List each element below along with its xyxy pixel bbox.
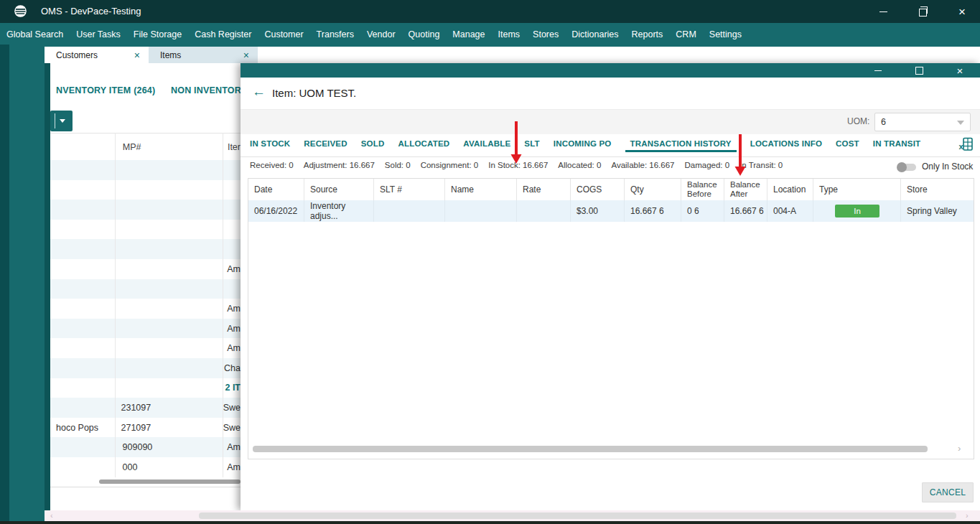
column-item[interactable]: Iter (218, 142, 241, 152)
col-balance-before[interactable]: Balance Before (681, 179, 724, 200)
modal-maximize-button[interactable] (908, 63, 930, 78)
table-row[interactable] (50, 279, 241, 299)
minimize-button[interactable] (867, 0, 900, 23)
col-source[interactable]: Source (304, 179, 374, 200)
stat-adjustment: Adjustment: 16.667 (304, 161, 375, 169)
scroll-right-icon[interactable]: › (958, 443, 961, 454)
tab-slt[interactable]: SLT (524, 135, 539, 152)
items-grid-panel: NVENTORY ITEM (264) NON INVENTORY IT MP#… (45, 63, 241, 510)
tab-received[interactable]: RECEIVED (304, 135, 347, 152)
horizontal-scrollbar[interactable] (99, 479, 241, 484)
add-item-split-button[interactable] (50, 111, 73, 131)
tab-in-transit[interactable]: IN TRANSIT (873, 135, 921, 152)
table-row[interactable]: hoco Pops271097Swe (50, 418, 241, 438)
cell-rate (517, 200, 571, 222)
scroll-right-icon[interactable]: › (966, 511, 969, 520)
menu-user-tasks[interactable]: User Tasks (70, 23, 127, 47)
document-tab-strip: Customers × Items × (45, 47, 980, 63)
table-row[interactable] (50, 220, 241, 240)
col-qty[interactable]: Qty (625, 179, 681, 200)
modal-close-button[interactable]: × (949, 63, 971, 78)
tab-available[interactable]: AVAILABLE (463, 135, 510, 152)
cancel-button[interactable]: CANCEL (922, 482, 974, 502)
menu-file-storage[interactable]: File Storage (127, 23, 188, 47)
tab-incoming-po[interactable]: INCOMING PO (554, 135, 612, 152)
close-tab-icon[interactable]: × (243, 50, 258, 61)
background-horizontal-scrollbar[interactable]: ‹ › (45, 510, 980, 521)
tab-cost[interactable]: COST (836, 135, 859, 152)
table-row[interactable]: 000Am (50, 457, 241, 477)
col-cogs[interactable]: COGS (571, 179, 625, 200)
tab-in-stock[interactable]: IN STOCK (250, 135, 290, 152)
grid-header-row: MP# Iter (50, 133, 241, 161)
close-tab-icon[interactable]: × (134, 50, 149, 61)
col-rate[interactable]: Rate (517, 179, 571, 200)
tab-items[interactable]: Items × (149, 47, 258, 63)
tab-non-inventory-item[interactable]: NON INVENTORY IT (171, 85, 241, 95)
scrollbar-thumb[interactable] (199, 513, 956, 519)
tab-allocated[interactable]: ALLOCATED (398, 135, 450, 152)
table-row[interactable] (50, 180, 241, 200)
col-type[interactable]: Type (813, 179, 901, 200)
tab-sold[interactable]: SOLD (361, 135, 385, 152)
table-row[interactable] (50, 200, 241, 220)
cell-balance-after: 16.667 6 (724, 200, 767, 222)
status-badge: In (835, 205, 879, 217)
table-row[interactable] (50, 160, 241, 180)
modal-header: ← Item: UOM TEST. (241, 78, 980, 109)
table-row[interactable]: 2 IT (50, 378, 241, 398)
cell-type: In (813, 200, 901, 222)
table-row[interactable]: 909090Am (50, 437, 241, 457)
horizontal-scrollbar[interactable] (253, 446, 928, 452)
cell-source-link[interactable]: Inventory adjus... (304, 200, 374, 222)
tab-inventory-item[interactable]: NVENTORY ITEM (264) (56, 85, 155, 95)
uom-value: 6 (881, 117, 886, 127)
col-store[interactable]: Store (901, 179, 974, 200)
column-mp[interactable]: MP# (113, 142, 218, 152)
chevron-down-icon (60, 119, 65, 123)
table-row[interactable]: 06/16/2022 Inventory adjus... $3.00 16.6… (248, 200, 974, 222)
cell-store: Spring Valley (901, 200, 974, 222)
tab-customers[interactable]: Customers × (45, 47, 149, 63)
menu-customer[interactable]: Customer (258, 23, 309, 47)
menu-items[interactable]: Items (492, 23, 527, 47)
menu-quoting[interactable]: Quoting (402, 23, 447, 47)
menu-vendor[interactable]: Vendor (360, 23, 402, 47)
table-row[interactable]: 231097Swe (50, 398, 241, 418)
col-slt[interactable]: SLT # (374, 179, 445, 200)
menu-dictionaries[interactable]: Dictionaries (565, 23, 625, 47)
menu-transfers[interactable]: Transfers (310, 23, 360, 47)
transaction-history-table: Date Source SLT # Name Rate COGS Qty Bal… (248, 178, 974, 459)
scroll-left-icon[interactable]: ‹ (50, 511, 53, 520)
menu-crm[interactable]: CRM (669, 23, 702, 47)
menu-stores[interactable]: Stores (526, 23, 565, 47)
modal-title: Item: UOM TEST. (272, 87, 356, 99)
table-row[interactable]: Am (50, 319, 241, 339)
col-balance-after[interactable]: Balance After (724, 179, 767, 200)
tab-transaction-history[interactable]: TRANSACTION HISTORY (625, 135, 737, 152)
only-in-stock-toggle[interactable] (897, 164, 916, 171)
table-row[interactable] (50, 239, 241, 259)
back-arrow-icon[interactable]: ← (252, 84, 266, 100)
modal-minimize-button[interactable] (867, 63, 889, 78)
menu-reports[interactable]: Reports (625, 23, 670, 47)
cell-cogs: $3.00 (571, 200, 625, 222)
table-row[interactable]: Am (50, 259, 241, 279)
col-date[interactable]: Date (248, 179, 304, 200)
col-name[interactable]: Name (445, 179, 517, 200)
menu-cash-register[interactable]: Cash Register (188, 23, 258, 47)
col-location[interactable]: Location (767, 179, 813, 200)
menu-manage[interactable]: Manage (446, 23, 491, 47)
uom-dropdown[interactable]: 6 (874, 113, 971, 131)
menu-settings[interactable]: Settings (703, 23, 748, 47)
menu-global-search[interactable]: Global Search (0, 23, 70, 47)
stat-received: Received: 0 (250, 161, 294, 169)
tab-locations-info[interactable]: LOCATIONS INFO (750, 135, 822, 152)
table-row[interactable]: Cha (50, 358, 241, 378)
stat-available: Available: 16.667 (611, 161, 674, 169)
table-row[interactable]: Am (50, 338, 241, 358)
restore-button[interactable] (906, 0, 939, 23)
close-button[interactable]: × (946, 0, 979, 23)
excel-export-icon[interactable]: x (958, 137, 974, 154)
table-row[interactable]: Am (50, 299, 241, 319)
